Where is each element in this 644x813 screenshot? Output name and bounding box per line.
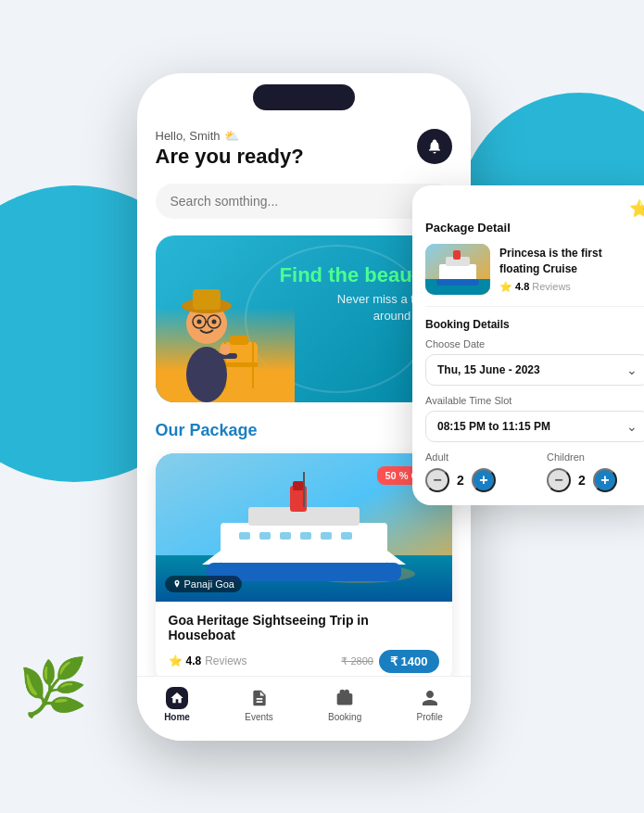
choose-date-value: Thu, 15 June - 2023	[437, 363, 540, 376]
children-plus-button[interactable]: +	[593, 468, 617, 492]
date-chevron-down-icon: ⌄	[626, 362, 638, 377]
adult-label: Adult	[425, 451, 528, 463]
home-icon	[166, 687, 188, 709]
adult-plus-button[interactable]: +	[472, 468, 496, 492]
detail-star-icon: ⭐	[629, 199, 644, 218]
page-title: Are you ready?	[156, 145, 304, 169]
location-icon	[172, 579, 182, 589]
nav-label-booking: Booking	[328, 712, 361, 722]
location-tag: Panaji Goa	[165, 576, 242, 592]
search-input[interactable]	[170, 194, 411, 209]
children-counter-group: Children − 2 +	[547, 451, 644, 492]
nav-item-booking[interactable]: Booking	[328, 687, 361, 722]
card-footer: ⭐ 4.8 Reviews ₹ 2800 ₹ 1400	[169, 650, 439, 673]
bottom-navigation: Home Events Booking Pro	[137, 676, 471, 741]
svg-rect-29	[321, 532, 332, 540]
price-area: ₹ 2800 ₹ 1400	[341, 650, 438, 673]
svg-rect-28	[300, 532, 311, 540]
children-label: Children	[547, 451, 644, 463]
svg-rect-25	[239, 532, 250, 540]
svg-point-11	[196, 319, 201, 324]
detail-header: Package Detail	[425, 221, 644, 235]
svg-rect-21	[221, 523, 387, 565]
children-count: 2	[578, 473, 586, 488]
time-slot-value: 08:15 PM to 11:15 PM	[437, 420, 550, 433]
svg-rect-26	[259, 532, 271, 540]
svg-rect-27	[280, 532, 291, 540]
counter-row: Adult − 2 + Children − 2 +	[425, 451, 644, 492]
section-title: Our Package	[156, 421, 452, 440]
phone-notch	[253, 84, 355, 110]
time-chevron-down-icon: ⌄	[626, 419, 638, 434]
adult-counter: − 2 +	[425, 468, 528, 492]
svg-point-17	[220, 344, 231, 355]
choose-date-label: Choose Date	[425, 338, 644, 349]
nav-item-profile[interactable]: Profile	[417, 687, 443, 722]
choose-date-dropdown[interactable]: Thu, 15 June - 2023 ⌄	[425, 354, 644, 386]
old-price: ₹ 2800	[341, 655, 373, 667]
svg-rect-38	[436, 279, 479, 286]
nav-item-events[interactable]: Events	[245, 687, 273, 722]
cruise-row[interactable]: Princesa is the first floating Cruise ⭐ …	[425, 244, 644, 307]
svg-rect-30	[341, 532, 352, 540]
children-minus-button[interactable]: −	[547, 468, 571, 492]
cruise-info: Princesa is the first floating Cruise ⭐ …	[499, 246, 636, 293]
children-counter: − 2 +	[547, 468, 644, 492]
svg-rect-10	[193, 289, 221, 310]
app-header: Hello, Smith ⛅ Are you ready?	[156, 129, 452, 169]
svg-rect-40	[453, 250, 461, 260]
header-text: Hello, Smith ⛅ Are you ready?	[156, 129, 304, 169]
card-title: Goa Heritage Sightseeing Trip in Housebo…	[169, 613, 439, 642]
nav-label-events: Events	[245, 712, 273, 722]
adult-count: 2	[457, 473, 464, 488]
events-icon	[248, 687, 271, 709]
cruise-rating: ⭐ 4.8 Reviews	[499, 281, 636, 293]
time-slot-dropdown[interactable]: 08:15 PM to 11:15 PM ⌄	[425, 411, 644, 442]
profile-icon	[419, 687, 441, 709]
bell-icon	[426, 138, 443, 155]
banner-person-illustration	[156, 245, 295, 402]
svg-point-12	[211, 319, 216, 324]
cruise-star-icon: ⭐	[499, 281, 512, 293]
promo-banner: Find the beauty! Never miss a thing arou…	[156, 235, 452, 402]
booking-icon	[334, 687, 356, 709]
adult-minus-button[interactable]: −	[425, 468, 449, 492]
svg-rect-37	[439, 264, 476, 281]
traveler-figure	[165, 254, 285, 402]
cruise-name: Princesa is the first floating Cruise	[499, 246, 636, 277]
svg-rect-33	[293, 481, 304, 490]
package-detail-card: ⭐ Package Detail	[412, 185, 644, 505]
card-rating: ⭐ 4.8 Reviews	[169, 654, 247, 667]
booking-details-title: Booking Details	[425, 318, 644, 331]
new-price-button[interactable]: ₹ 1400	[379, 650, 439, 673]
svg-rect-3	[230, 336, 248, 345]
package-card-image: 50 % OFF Panaji Goa	[156, 453, 452, 602]
leaf-decoration: 🌿	[19, 654, 88, 720]
cruise-thumbnail	[425, 244, 490, 295]
nav-item-home[interactable]: Home	[164, 687, 190, 722]
nav-label-home: Home	[164, 712, 190, 722]
card-body: Goa Heritage Sightseeing Trip in Housebo…	[156, 602, 452, 686]
star-icon: ⭐	[169, 654, 183, 667]
greeting-text: Hello, Smith ⛅	[156, 129, 304, 143]
nav-label-profile: Profile	[417, 712, 443, 722]
time-slot-label: Available Time Slot	[425, 395, 644, 406]
package-card[interactable]: 50 % OFF Panaji Goa Goa Heritage Sightse…	[156, 453, 452, 686]
search-bar[interactable]	[156, 184, 452, 219]
notification-button[interactable]	[417, 129, 452, 164]
adult-counter-group: Adult − 2 +	[425, 451, 528, 492]
